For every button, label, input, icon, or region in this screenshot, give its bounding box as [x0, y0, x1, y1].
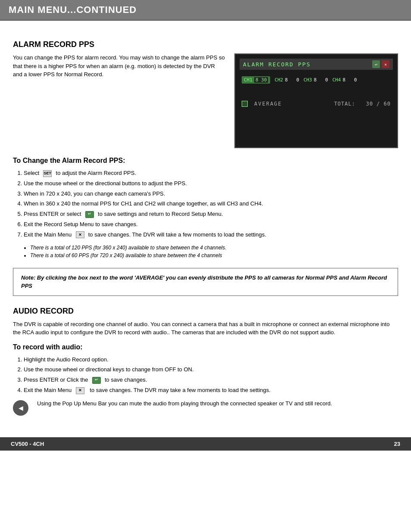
dvr-ch3[interactable]: CH3 8 0: [303, 77, 328, 83]
dvr-ch1[interactable]: CH1 8 30: [242, 76, 270, 84]
list-item: There is a total of 60 PPS (for 720 x 24…: [30, 252, 398, 259]
page-footer: CV500 - 4CH 23: [0, 437, 411, 451]
dvr-ch3-label: CH3: [303, 77, 312, 83]
audio-note-text: Using the Pop Up Menu Bar you can mute t…: [37, 399, 398, 408]
product-name: CV500 - 4CH: [11, 441, 44, 447]
alarm-record-text-col: You can change the PPS for alarm record.…: [13, 53, 226, 148]
page-title: MAIN MENU...continued: [9, 4, 402, 16]
dvr-total-label: TOTAL:: [334, 101, 355, 107]
dvr-ch4-value: 8 0: [342, 77, 357, 83]
dvr-ch4[interactable]: CH4 8 0: [332, 77, 357, 83]
dvr-ch2-value: 8 0: [285, 77, 299, 83]
audio-note-row: Using the Pop Up Menu Bar you can mute t…: [13, 399, 398, 416]
record-with-audio-title: To record with audio:: [13, 343, 398, 351]
dvr-ch3-value: 8 0: [314, 77, 328, 83]
enter-icon: ↩: [85, 211, 94, 218]
note-box-text: Note: By clicking the box next to the wo…: [21, 274, 387, 289]
alarm-pps-bullets: There is a total of 120 PPS (for 360 x 2…: [30, 244, 398, 259]
list-item: Exit the Record Setup Menu to save chang…: [24, 220, 398, 229]
list-item: When in 360 x 240 the normal PPS for CH1…: [24, 199, 398, 208]
dvr-average-label: AVERAGE: [254, 101, 282, 107]
audio-icon-container: [13, 400, 33, 416]
main-content: ALARM RECORD PPS You can change the PPS …: [0, 21, 411, 424]
dvr-screen-title: ALARM RECORD PPS: [243, 61, 311, 68]
audio-record-section: AUDIO RECORD The DVR is capable of recor…: [13, 307, 398, 416]
alarm-record-description: You can change the PPS for alarm record.…: [13, 53, 226, 79]
dvr-icons: ↩ ✕: [372, 60, 389, 68]
dvr-title-bar: ALARM RECORD PPS ↩ ✕: [240, 59, 393, 70]
x-icon: ✕: [76, 231, 84, 238]
alarm-record-screen-col: ALARM RECORD PPS ↩ ✕ CH1 8 30: [234, 53, 398, 148]
change-alarm-pps-title: To Change the Alarm Record PPS:: [13, 157, 398, 165]
list-item: Press ENTER or select ↩ to save settings…: [24, 210, 398, 219]
list-item: Exit the Main Menu ✕ to save changes. Th…: [24, 386, 398, 395]
list-item: Use the mouse wheel or the directional b…: [24, 179, 398, 188]
list-item: When in 720 x 240, you can change each c…: [24, 190, 398, 199]
page-number: 23: [394, 441, 400, 447]
audio-speaker-icon: [13, 400, 28, 416]
dvr-total-value: 30 / 60: [366, 101, 391, 107]
dvr-channels-row: CH1 8 30 CH2 8 0 CH3 8 0: [240, 74, 393, 86]
audio-steps-list: Highlight the Audio Record option. Use t…: [24, 355, 398, 395]
alarm-record-two-col: You can change the PPS for alarm record.…: [13, 53, 398, 148]
audio-record-description: The DVR is capable of recording one chan…: [13, 320, 398, 337]
dvr-ch1-value: 8 30: [254, 77, 268, 83]
dvr-average-checkbox[interactable]: [242, 101, 248, 107]
dvr-ch1-label: CH1: [244, 77, 252, 83]
list-item: There is a total of 120 PPS (for 360 x 2…: [30, 244, 398, 252]
alarm-record-section: ALARM RECORD PPS You can change the PPS …: [13, 40, 398, 259]
dvr-ch2-label: CH2: [274, 77, 283, 83]
alarm-pps-steps-list: Select SET to adjust the Alarm Record PP…: [24, 169, 398, 240]
set-icon: SET: [43, 170, 52, 177]
average-note-box: Note: By clicking the box next to the wo…: [13, 268, 398, 296]
list-item: Use the mouse wheel or directional keys …: [24, 365, 398, 374]
dvr-footer-row: AVERAGE TOTAL: 30 / 60: [240, 99, 393, 109]
x-icon-audio: ✕: [76, 387, 84, 394]
dvr-save-icon[interactable]: ↩: [372, 60, 380, 68]
dvr-close-icon[interactable]: ✕: [382, 60, 389, 68]
audio-record-title: AUDIO RECORD: [13, 307, 398, 316]
dvr-screen: ALARM RECORD PPS ↩ ✕ CH1 8 30: [234, 53, 398, 148]
dvr-ch4-label: CH4: [332, 77, 341, 83]
header-bar: MAIN MENU...continued: [0, 0, 411, 21]
list-item: Exit the Main Menu ✕ to save changes. Th…: [24, 230, 398, 240]
enter-icon-audio: ↩: [92, 377, 101, 384]
list-item: Highlight the Audio Record option.: [24, 355, 398, 364]
list-item: Select SET to adjust the Alarm Record PP…: [24, 169, 398, 178]
alarm-record-title: ALARM RECORD PPS: [13, 40, 398, 49]
dvr-ch2[interactable]: CH2 8 0: [274, 77, 299, 83]
dvr-total: TOTAL: 30 / 60: [334, 101, 391, 107]
list-item: Press ENTER or Click the ↩ to save chang…: [24, 376, 398, 385]
